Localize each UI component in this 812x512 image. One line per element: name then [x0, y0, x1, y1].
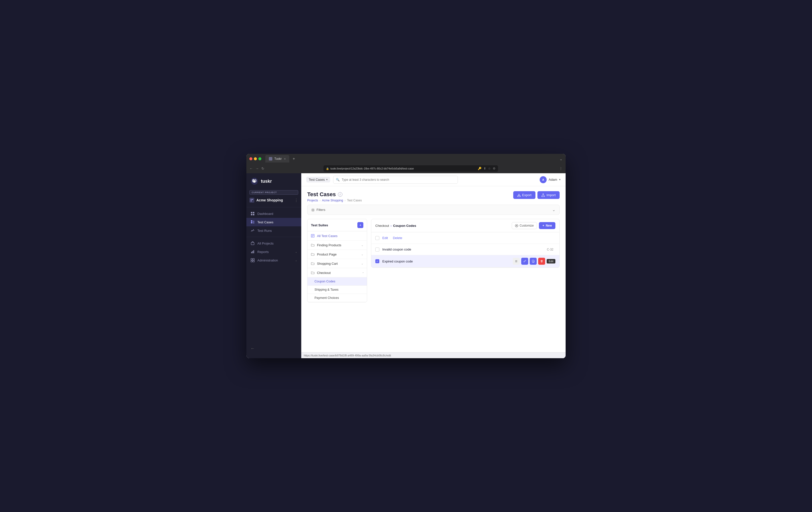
- shipping-taxes-label: Shipping & Taxes: [315, 288, 339, 292]
- global-search[interactable]: 🔍: [333, 176, 458, 184]
- suite-sub-item-coupon-codes[interactable]: Coupon Codes: [308, 277, 367, 286]
- cases-breadcrumb-separator: ›: [390, 224, 392, 228]
- suite-item-product-page[interactable]: Product Page ⌄: [308, 250, 367, 259]
- search-input[interactable]: [342, 178, 455, 181]
- cases-breadcrumb: Checkout › Coupon Codes: [375, 224, 416, 228]
- all-cases-icon: [311, 234, 315, 238]
- page-title: Test Cases i: [307, 191, 513, 198]
- page-title-area: Test Cases i Projects › Acme Shopping › …: [307, 191, 513, 202]
- header-edit[interactable]: Edit: [382, 236, 388, 240]
- suite-sub-item-shipping-taxes[interactable]: Shipping & Taxes: [308, 286, 367, 294]
- product-page-label: Product Page: [317, 252, 337, 256]
- tab-title: Tuskr: [274, 157, 282, 160]
- tab-close-button[interactable]: ✕: [284, 157, 286, 160]
- import-button[interactable]: Import: [538, 191, 560, 199]
- browser-tab[interactable]: Tuskr ✕: [265, 155, 289, 162]
- table-header-row: Edit Delete: [371, 232, 559, 244]
- dashboard-label: Dashboard: [257, 212, 273, 216]
- new-plus: +: [543, 224, 544, 227]
- logo-area: tuskr: [246, 177, 301, 190]
- reload-button[interactable]: ↻: [261, 167, 264, 171]
- svg-rect-18: [252, 251, 253, 253]
- info-icon[interactable]: i: [338, 192, 342, 197]
- maximize-button[interactable]: [258, 157, 261, 160]
- new-tab-button[interactable]: +: [293, 156, 295, 161]
- svg-rect-16: [251, 243, 254, 245]
- delete-icon: [540, 260, 543, 263]
- breadcrumb-projects[interactable]: Projects: [307, 199, 318, 202]
- header-checkbox[interactable]: [375, 236, 379, 240]
- administration-icon: [251, 258, 255, 263]
- row-2-checkbox[interactable]: ✓: [375, 259, 379, 263]
- sidebar-back-button[interactable]: ←: [251, 346, 255, 351]
- add-suite-button[interactable]: +: [357, 222, 364, 228]
- project-more-button[interactable]: ⋮: [294, 198, 298, 203]
- suite-item-checkout[interactable]: Checkout ›: [308, 268, 367, 277]
- svg-rect-4: [251, 199, 252, 200]
- more-options-icon[interactable]: ⋮: [559, 167, 562, 171]
- table-row: ✓ Expired coupon code: [371, 255, 559, 268]
- filter-icon: ⊟: [312, 208, 315, 212]
- folder-icon-4: [311, 271, 315, 275]
- suite-item-all[interactable]: All Test Cases: [308, 231, 367, 241]
- forward-button[interactable]: →: [255, 167, 259, 171]
- export-button[interactable]: Export: [513, 191, 536, 199]
- svg-rect-22: [251, 261, 252, 262]
- header-delete[interactable]: Delete: [393, 236, 402, 240]
- customize-icon: [515, 224, 518, 227]
- row-2-label: Expired coupon code: [382, 260, 510, 263]
- suite-item-finding-products[interactable]: Finding Products ⌄: [308, 241, 367, 250]
- user-name: Adam: [549, 178, 557, 181]
- minimize-button[interactable]: [254, 157, 257, 160]
- folder-icon-1: [311, 243, 315, 247]
- filters-collapse-button[interactable]: ⌄: [552, 207, 555, 212]
- delete-button[interactable]: [538, 258, 545, 265]
- cases-breadcrumb-parent: Checkout: [375, 224, 389, 228]
- new-button[interactable]: + New: [539, 222, 555, 229]
- suite-sub-item-payment-choices[interactable]: Payment Choices: [308, 294, 367, 302]
- all-cases-label: All Test Cases: [317, 234, 338, 238]
- svg-rect-19: [253, 250, 254, 253]
- export-icon: [517, 193, 521, 197]
- extension-icon: ⚙: [493, 167, 496, 170]
- sidebar-item-all-projects[interactable]: All Projects: [246, 239, 301, 247]
- product-page-chevron: ⌄: [361, 253, 364, 256]
- address-text: tuskr.live/project/12a23bdc-1fbe-497c-80…: [330, 167, 414, 170]
- address-bar[interactable]: 🔒 tuskr.live/project/12a23bdc-1fbe-497c-…: [323, 165, 498, 172]
- context-label: Test Cases: [309, 178, 325, 181]
- breadcrumb-acme[interactable]: Acme Shopping: [322, 199, 343, 202]
- status-url: https://tuskr.live/test-case/b978d1f8-a4…: [304, 354, 391, 357]
- suite-item-shopping-cart[interactable]: Shopping Cart ⌄: [308, 259, 367, 268]
- page-header: Test Cases i Projects › Acme Shopping › …: [307, 191, 560, 202]
- address-icons: 🔑 ⬆ ☆ ⚙: [478, 167, 496, 170]
- row-1-checkbox[interactable]: [375, 247, 379, 251]
- copy-button[interactable]: [530, 258, 537, 265]
- current-project-badge: CURRENT PROJECT: [250, 190, 298, 195]
- svg-rect-20: [251, 259, 252, 260]
- back-button[interactable]: ←: [250, 167, 253, 171]
- sidebar-item-administration[interactable]: Administration ⌄: [246, 256, 301, 265]
- administration-label: Administration: [257, 259, 278, 262]
- sidebar-item-test-runs[interactable]: Test Runs: [246, 226, 301, 235]
- topbar-right: A Adam ▾: [540, 176, 561, 183]
- edit-button[interactable]: [521, 258, 528, 265]
- user-menu-arrow[interactable]: ▾: [559, 178, 561, 181]
- reorder-button[interactable]: [513, 258, 520, 265]
- customize-button[interactable]: Customize: [512, 222, 537, 229]
- row-1-label: Invalid coupon code: [382, 247, 544, 251]
- svg-rect-11: [251, 220, 252, 221]
- window-controls: ⌄: [559, 156, 562, 161]
- project-icon: [250, 198, 254, 203]
- sidebar-item-dashboard[interactable]: Dashboard: [246, 209, 301, 218]
- context-selector[interactable]: Test Cases ▾: [306, 177, 330, 182]
- svg-rect-8: [253, 212, 254, 213]
- topbar: Test Cases ▾ 🔍 A Adam ▾: [301, 173, 566, 186]
- new-label: New: [546, 224, 552, 227]
- cases-breadcrumb-current: Coupon Codes: [393, 224, 416, 228]
- administration-arrow: ⌄: [295, 259, 297, 262]
- close-button[interactable]: [250, 157, 252, 160]
- sidebar-item-reports[interactable]: Reports ⌄: [246, 247, 301, 256]
- statusbar: https://tuskr.live/test-case/b978d1f8-a4…: [301, 352, 566, 358]
- filters-left: ⊟ Filters: [312, 208, 325, 212]
- sidebar-item-test-cases[interactable]: Test Cases: [246, 218, 301, 226]
